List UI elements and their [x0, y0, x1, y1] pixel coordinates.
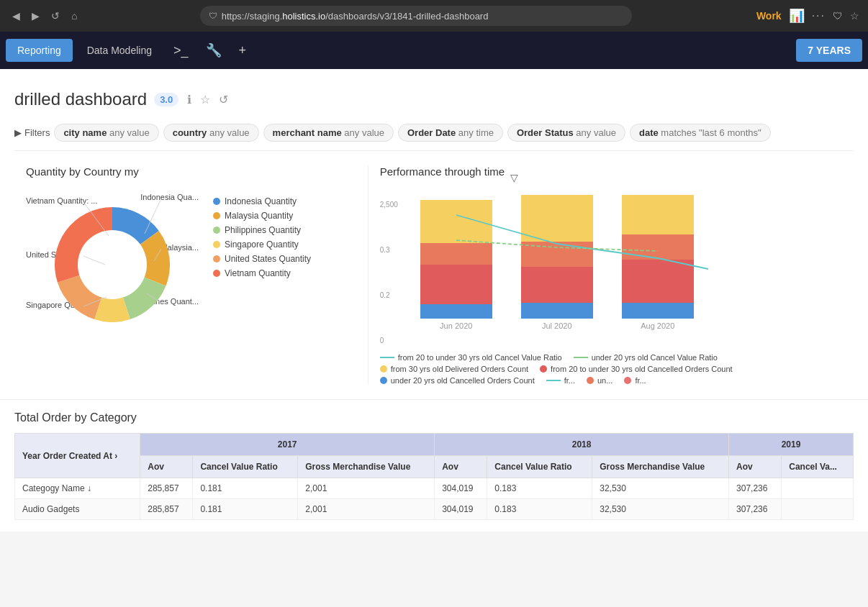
perf-chart-title-row: Performance through time ▽	[380, 165, 842, 189]
filter-key-order-status: Order Status	[517, 127, 574, 138]
legend-item-malaysia: Malaysia Quantity	[213, 211, 311, 221]
filter-key-merchant: merchant name	[273, 127, 342, 138]
category-cell[interactable]: Categogy Name ↓	[15, 478, 140, 499]
col-cvr-2018[interactable]: Cancel Value Ratio	[487, 456, 592, 478]
wrench-icon[interactable]: 🔧	[199, 38, 229, 63]
legend-dot-indonesia	[213, 198, 220, 205]
back-icon[interactable]: ◀	[9, 8, 24, 24]
filter-chip-date[interactable]: date matches "last 6 months"	[630, 124, 771, 142]
aov-audio-2018: 304,019	[435, 499, 487, 520]
cv-2019	[782, 478, 854, 499]
filter-chip-city[interactable]: city name any value	[54, 124, 158, 142]
year-sort-icon: ›	[114, 451, 117, 461]
legend-dot-orange	[587, 377, 594, 384]
bar-seg-red-jun	[420, 265, 492, 304]
y-label-0: 0	[380, 337, 400, 344]
bar-seg-blue-jun	[420, 304, 492, 319]
svg-line-5	[83, 297, 107, 306]
legend-label-orange: un...	[597, 376, 612, 385]
terminal-icon[interactable]: >_	[166, 39, 196, 63]
col-gmv-2017[interactable]: Gross Merchandise Value	[298, 456, 435, 478]
col-cvr-2017[interactable]: Cancel Value Ratio	[193, 456, 298, 478]
filter-key-order-date: Order Date	[407, 127, 456, 138]
main-content: drilled dashboard 3.0 ℹ ☆ ↺ ▶ Filters ci…	[0, 69, 868, 399]
legend-line-teal2	[546, 380, 561, 381]
donut-chart-title: Quantity by Country my	[26, 165, 356, 178]
filter-val-country: any value	[209, 127, 250, 138]
y-axis: 2,500 0.3 0.2 0	[380, 201, 406, 344]
legend-label-red: from 20 to under 30 yrs old Cancelled Or…	[551, 365, 733, 373]
col-gmv-2018[interactable]: Gross Merchandise Value	[592, 456, 729, 478]
nav-tab-reporting[interactable]: Reporting	[6, 39, 73, 62]
shield-icon: 🛡	[209, 11, 217, 21]
legend-item-pink-dot: fr...	[624, 376, 646, 385]
legend-label-pink: fr...	[635, 376, 646, 385]
category-audio: Audio Gadgets	[15, 499, 140, 520]
col-aov-2018[interactable]: Aov	[435, 456, 487, 478]
cvr-audio-2018: 0.183	[487, 499, 592, 520]
svg-line-4	[83, 256, 105, 265]
bar-seg-blue-jul	[521, 303, 593, 319]
aov-2019: 307,236	[729, 478, 782, 499]
y-label-03: 0.3	[380, 246, 400, 254]
legend-label-teal: from 20 to under 30 yrs old Cancel Value…	[398, 353, 562, 362]
legend-label-yellow: from 30 yrs old Delivered Orders Count	[391, 365, 528, 373]
stacked-bar-jul	[521, 195, 593, 319]
bar-seg-red-jul	[521, 267, 593, 303]
bar-jun: Jun 2020	[420, 200, 492, 330]
table-title: Total Order by Category	[14, 411, 854, 424]
legend-line-green	[574, 357, 588, 358]
y-label-2500: 2,500	[380, 201, 400, 209]
gmv-audio-2017: 2,001	[298, 499, 435, 520]
info-icon[interactable]: ℹ	[187, 93, 191, 106]
filter-chip-country[interactable]: country any value	[163, 124, 259, 142]
col-aov-2019[interactable]: Aov	[729, 456, 782, 478]
legend-dot-pink	[624, 377, 631, 384]
url-text: https://staging.holistics.io/dashboards/…	[222, 11, 623, 22]
year-order-col-header[interactable]: Year Order Created At ›	[15, 434, 140, 478]
col-cv-2019[interactable]: Cancel Va...	[782, 456, 854, 478]
legend-item-teal2-line: fr...	[546, 376, 575, 385]
cv-audio-2019	[782, 499, 854, 520]
data-table: Year Order Created At › 2017 2018 2019 A…	[14, 433, 854, 520]
address-bar[interactable]: 🛡 https://staging.holistics.io/dashboard…	[200, 6, 632, 26]
legend-label-singapore: Singapore Quantity	[225, 239, 299, 250]
donut-container: Vietnam Quantity: ... United States... S…	[26, 189, 356, 347]
x-label-aug: Aug 2020	[641, 321, 674, 330]
col-aov-2017[interactable]: Aov	[140, 456, 193, 478]
perf-filter-icon[interactable]: ▽	[510, 172, 518, 183]
filters-label[interactable]: ▶ Filters	[14, 127, 50, 138]
filter-chip-order-date[interactable]: Order Date any time	[398, 124, 503, 142]
favorite-icon[interactable]: ☆	[200, 93, 210, 106]
filter-chip-order-status[interactable]: Order Status any value	[507, 124, 625, 142]
plus-icon[interactable]: +	[232, 39, 254, 63]
filters-bar: ▶ Filters city name any value country an…	[14, 118, 854, 151]
aov-audio-2019: 307,236	[729, 499, 782, 520]
filter-key-country: country	[173, 127, 207, 138]
filters-arrow-icon: ▶	[14, 127, 22, 138]
browser-star-icon[interactable]: ☆	[850, 10, 859, 22]
refresh-dashboard-icon[interactable]: ↺	[219, 93, 228, 106]
home-icon[interactable]: ⌂	[68, 8, 81, 24]
browser-more-icon[interactable]: ···	[812, 9, 826, 22]
years-badge[interactable]: 7 YEARS	[796, 39, 862, 62]
legend-label-us: United States Quantity	[225, 254, 311, 264]
gmv-audio-2018: 32,530	[592, 499, 729, 520]
forward-icon[interactable]: ▶	[28, 8, 43, 24]
legend-label-green: under 20 yrs old Cancel Value Ratio	[592, 353, 718, 362]
browser-shield-icon[interactable]: 🛡	[833, 10, 843, 22]
legend-item-green-line: under 20 yrs old Cancel Value Ratio	[574, 353, 718, 362]
refresh-icon[interactable]: ↺	[48, 8, 63, 24]
filter-chip-merchant[interactable]: merchant name any value	[263, 124, 394, 142]
svg-line-3	[83, 202, 109, 236]
bar-aug: Aug 2020	[622, 195, 694, 330]
donut-chart-panel: Quantity by Country my Vietnam Quantity:…	[14, 165, 368, 385]
legend-dot-blue	[380, 377, 387, 384]
donut-wrap: Vietnam Quantity: ... United States... S…	[26, 189, 199, 347]
legend-dot-vietnam	[213, 270, 220, 277]
version-badge: 3.0	[154, 93, 178, 106]
nav-tab-data-modeling[interactable]: Data Modeling	[76, 39, 163, 62]
stacked-bar-aug	[622, 195, 694, 319]
filter-val-city: any value	[109, 127, 150, 138]
bar-seg-orange-jul	[521, 242, 593, 267]
